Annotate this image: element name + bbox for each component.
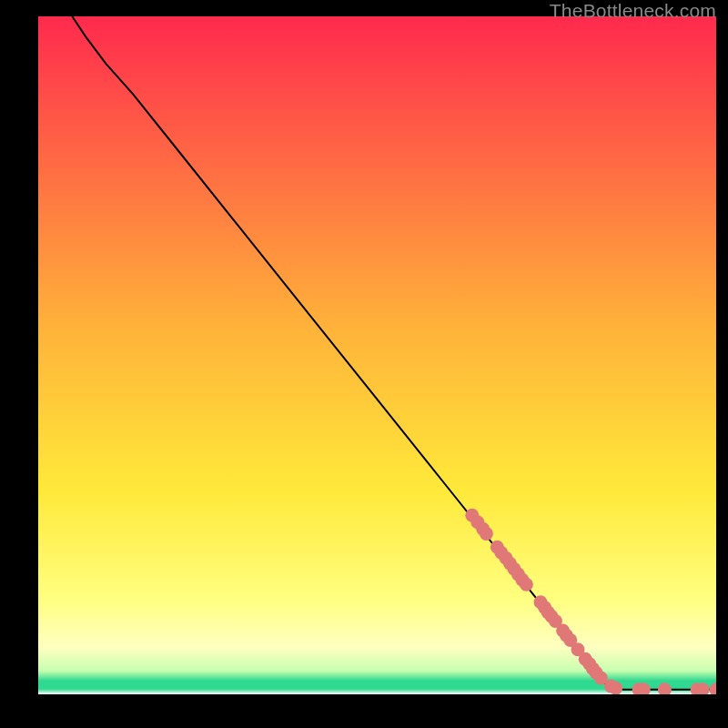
chart-frame: TheBottleneck.com (0, 0, 728, 728)
watermark-text: TheBottleneck.com (550, 0, 716, 22)
chart-svg (38, 16, 716, 694)
data-marker (480, 527, 493, 541)
plot-area (38, 16, 716, 694)
data-marker (520, 578, 533, 592)
gradient-background (38, 16, 716, 694)
